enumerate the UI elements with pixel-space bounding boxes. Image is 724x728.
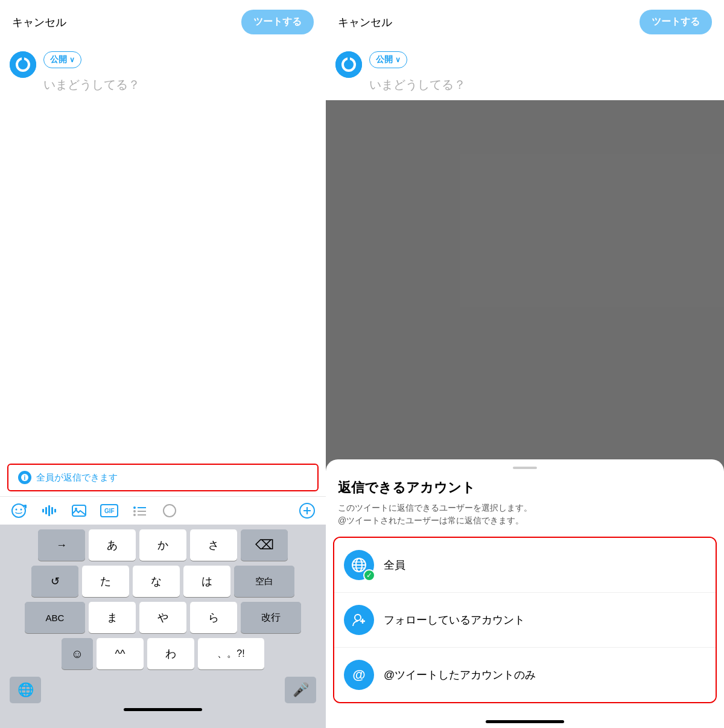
reply-notice[interactable]: i 全員が返信できます	[7, 464, 319, 491]
key-globe[interactable]: 🌐	[10, 677, 41, 703]
option-everyone-label: 全員	[384, 558, 405, 572]
keyboard-row-1: → あ か さ ⌫	[2, 529, 323, 561]
right-compose-placeholder[interactable]: いまどうしてる？	[369, 77, 714, 93]
right-compose-right: 公開 ∨ いまどうしてる？	[369, 51, 714, 93]
list-toolbar-icon[interactable]	[130, 502, 148, 520]
key-punct[interactable]: 、。?!	[198, 638, 264, 669]
svg-point-7	[21, 509, 22, 511]
svg-rect-31	[348, 56, 350, 61]
key-small[interactable]: ^^	[97, 638, 144, 669]
key-ma[interactable]: ま	[89, 602, 136, 633]
public-dropdown-button[interactable]: 公開 ∨	[43, 51, 81, 68]
key-space[interactable]: 空白	[234, 566, 294, 597]
key-abc[interactable]: ABC	[25, 602, 85, 633]
gif-toolbar-icon[interactable]: GIF	[100, 502, 118, 520]
right-public-label: 公開	[376, 54, 393, 65]
key-a[interactable]: あ	[89, 529, 136, 561]
svg-point-0	[10, 51, 36, 78]
svg-text:GIF: GIF	[104, 508, 115, 514]
left-home-bar	[124, 708, 202, 711]
key-na[interactable]: な	[133, 566, 180, 597]
circle-toolbar-icon[interactable]	[160, 502, 179, 520]
svg-point-19	[133, 506, 136, 509]
key-ra[interactable]: ら	[190, 602, 237, 633]
svg-rect-10	[42, 509, 44, 512]
sheet-title: 返信できるアカウント	[326, 479, 724, 502]
key-emoji[interactable]: ☺	[62, 638, 93, 669]
left-tweet-button[interactable]: ツートする	[241, 10, 314, 34]
image-toolbar-icon[interactable]	[70, 502, 88, 520]
option-mentioned-label: @ツイートしたアカウントのみ	[384, 668, 536, 682]
reply-notice-icon: i	[18, 471, 31, 484]
option-following-label: フォローしているアカウント	[384, 613, 525, 627]
key-ta[interactable]: た	[82, 566, 129, 597]
left-avatar	[10, 51, 36, 78]
option-following[interactable]: フォローしているアカウント	[334, 593, 716, 648]
compose-placeholder[interactable]: いまどうしてる？	[43, 77, 316, 93]
keyboard-row-4: ☺ ^^ わ 、。?!	[2, 638, 323, 669]
left-cancel-button[interactable]: キャンセル	[12, 15, 66, 30]
option-following-icon	[344, 605, 374, 635]
key-delete[interactable]: ⌫	[241, 529, 288, 561]
svg-text:+: +	[24, 505, 25, 509]
key-mic[interactable]: 🎤	[285, 677, 316, 703]
right-public-dropdown[interactable]: 公開 ∨	[369, 51, 407, 68]
public-label: 公開	[50, 54, 67, 65]
left-home-indicator	[2, 703, 323, 714]
key-ka[interactable]: か	[139, 529, 186, 561]
chevron-down-icon: ∨	[69, 56, 75, 64]
audio-toolbar-icon[interactable]	[40, 502, 58, 520]
key-undo[interactable]: ↺	[31, 566, 78, 597]
svg-point-25	[164, 505, 176, 517]
right-overlay: 返信できるアカウント このツイートに返信できるユーザーを選択します。 @ツイート…	[326, 100, 724, 728]
keyboard-row-2: ↺ た な は 空白	[2, 566, 323, 597]
sheet-subtitle: このツイートに返信できるユーザーを選択します。 @ツイートされたユーザーは常に返…	[326, 502, 724, 537]
option-everyone[interactable]: ✓ 全員	[334, 538, 716, 593]
sheet-handle	[513, 467, 537, 469]
right-home-indicator	[326, 713, 724, 728]
svg-point-37	[355, 615, 361, 621]
right-compose-area: 公開 ∨ いまどうしてる？	[326, 44, 724, 100]
svg-rect-13	[51, 507, 53, 514]
key-enter[interactable]: 改行	[241, 602, 301, 633]
key-ha[interactable]: は	[183, 566, 230, 597]
keyboard: → あ か さ ⌫ ↺ た な は 空白 ABC ま や ら 改行 ☺ ^^ わ…	[0, 525, 326, 728]
svg-point-29	[335, 51, 362, 78]
svg-point-21	[133, 510, 136, 512]
option-mentioned[interactable]: @ @ツイートしたアカウントのみ	[334, 648, 716, 702]
svg-rect-14	[54, 509, 56, 512]
left-compose-area: 公開 ∨ いまどうしてる？	[0, 44, 326, 464]
right-home-bar	[486, 720, 564, 723]
svg-rect-15	[72, 505, 86, 516]
svg-point-23	[133, 514, 136, 516]
right-panel: キャンセル ツートする 公開 ∨ いまどうしてる？ 返信できるアカウント このツ…	[326, 0, 724, 728]
right-header: キャンセル ツートする	[326, 0, 724, 44]
option-mentioned-icon: @	[344, 660, 374, 690]
left-header: キャンセル ツートする	[0, 0, 326, 44]
compose-right: 公開 ∨ いまどうしてる？	[43, 51, 316, 456]
emoji-toolbar-icon[interactable]: +	[10, 502, 28, 520]
left-panel: キャンセル ツートする 公開 ∨ いまどうしてる？ i	[0, 0, 326, 728]
everyone-check-badge: ✓	[363, 569, 375, 581]
right-chevron-icon: ∨	[395, 56, 401, 64]
right-tweet-button[interactable]: ツートする	[640, 10, 712, 34]
key-arrow[interactable]: →	[38, 529, 85, 561]
svg-point-6	[16, 509, 17, 511]
keyboard-row-3: ABC ま や ら 改行	[2, 602, 323, 633]
svg-rect-11	[45, 507, 47, 514]
toolbar: + GIF	[0, 496, 326, 525]
bottom-sheet: 返信できるアカウント このツイートに返信できるユーザーを選択します。 @ツイート…	[326, 459, 724, 728]
key-sa[interactable]: さ	[190, 529, 237, 561]
svg-rect-12	[48, 505, 50, 516]
right-cancel-button[interactable]: キャンセル	[338, 15, 392, 30]
right-avatar	[335, 51, 362, 78]
sheet-options: ✓ 全員 フォローしているアカウント	[333, 537, 717, 703]
svg-rect-2	[22, 56, 24, 61]
add-toolbar-icon[interactable]	[298, 502, 316, 520]
keyboard-bottom-row: 🌐 🎤	[2, 674, 323, 703]
key-ya[interactable]: や	[139, 602, 186, 633]
svg-text:i: i	[24, 474, 26, 481]
reply-notice-text: 全員が返信できます	[36, 472, 118, 484]
option-everyone-icon: ✓	[344, 550, 374, 580]
key-wa[interactable]: わ	[147, 638, 194, 669]
